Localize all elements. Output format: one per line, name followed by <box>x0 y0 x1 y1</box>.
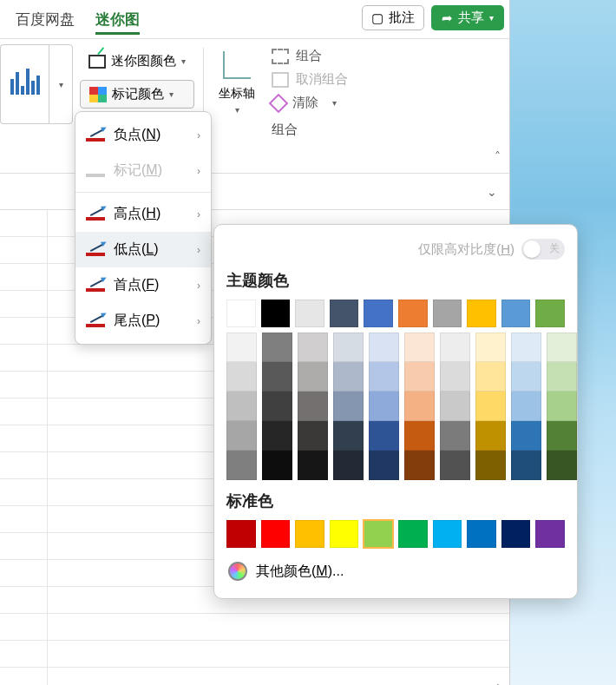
color-swatch[interactable] <box>333 392 364 421</box>
color-swatch[interactable] <box>467 520 496 548</box>
color-swatch[interactable] <box>511 392 541 421</box>
separator <box>75 192 211 193</box>
menu-last-point[interactable]: 尾点(P) › <box>75 303 211 339</box>
color-swatch[interactable] <box>369 362 399 392</box>
high-contrast-label: 仅限高对比度(H) <box>418 241 514 258</box>
more-colors-button[interactable]: 其他颜色(M)... <box>226 557 565 586</box>
color-swatch[interactable] <box>398 300 428 327</box>
color-swatch[interactable] <box>404 392 435 421</box>
sparkline-style-more[interactable]: ▾ <box>49 44 73 124</box>
color-swatch[interactable] <box>330 520 359 548</box>
color-swatch[interactable] <box>226 300 256 327</box>
color-swatch[interactable] <box>440 421 470 451</box>
color-swatch[interactable] <box>440 333 470 362</box>
color-swatch[interactable] <box>295 300 324 327</box>
chevron-right-icon: › <box>197 244 200 256</box>
color-swatch[interactable] <box>226 362 257 392</box>
color-swatch[interactable] <box>404 421 435 451</box>
expand-formula-icon[interactable]: ⌄ <box>487 185 497 199</box>
color-swatch[interactable] <box>475 362 506 392</box>
color-swatch[interactable] <box>475 392 506 421</box>
color-swatch[interactable] <box>262 451 292 480</box>
color-swatch[interactable] <box>501 520 531 548</box>
color-swatch[interactable] <box>398 520 428 548</box>
color-swatch[interactable] <box>440 451 470 480</box>
color-swatch[interactable] <box>467 300 496 327</box>
color-swatch[interactable] <box>547 421 577 451</box>
color-swatch[interactable] <box>547 333 577 362</box>
color-swatch[interactable] <box>261 520 291 548</box>
marker-color-button[interactable]: 标记颜色 ▾ <box>80 80 194 109</box>
color-swatch[interactable] <box>298 392 328 421</box>
color-swatch[interactable] <box>440 362 470 392</box>
theme-colors-title: 主题颜色 <box>226 270 565 291</box>
menu-first-point[interactable]: 首点(F) › <box>75 267 211 303</box>
color-swatch[interactable] <box>404 362 435 392</box>
color-swatch[interactable] <box>369 333 399 362</box>
ungroup-button: 取消组合 <box>272 71 348 88</box>
color-swatch[interactable] <box>262 362 292 392</box>
color-swatch[interactable] <box>440 392 470 421</box>
color-swatch[interactable] <box>404 333 435 362</box>
color-swatch[interactable] <box>511 451 541 480</box>
color-swatch[interactable] <box>333 421 364 451</box>
tab-baidu[interactable]: 百度网盘 <box>16 1 75 38</box>
color-swatch[interactable] <box>475 421 506 451</box>
color-swatch[interactable] <box>511 333 541 362</box>
color-swatch[interactable] <box>262 333 292 362</box>
menu-high-point[interactable]: 高点(H) › <box>75 196 211 232</box>
color-swatch[interactable] <box>295 520 324 548</box>
color-swatch[interactable] <box>364 520 393 548</box>
color-swatch[interactable] <box>547 451 577 480</box>
color-swatch[interactable] <box>262 392 292 421</box>
color-swatch[interactable] <box>226 333 257 362</box>
color-swatch[interactable] <box>547 392 577 421</box>
color-swatch[interactable] <box>333 362 364 392</box>
color-swatch[interactable] <box>298 451 328 480</box>
color-swatch[interactable] <box>404 451 435 480</box>
collapse-ribbon-icon[interactable]: ˄ <box>495 149 501 163</box>
color-swatch[interactable] <box>262 421 292 451</box>
color-swatch[interactable] <box>535 520 565 548</box>
high-contrast-toggle[interactable]: 关 <box>521 239 565 260</box>
color-swatch[interactable] <box>433 520 462 548</box>
color-swatch[interactable] <box>333 333 364 362</box>
color-swatch[interactable] <box>261 300 291 327</box>
color-swatch[interactable] <box>298 421 328 451</box>
scroll-arrow-icon[interactable]: ▸ <box>497 678 504 685</box>
color-swatch[interactable] <box>333 451 364 480</box>
color-swatch[interactable] <box>475 333 506 362</box>
standard-colors-title: 标准色 <box>226 491 565 511</box>
clear-button[interactable]: 清除 ▾ <box>272 95 348 111</box>
color-swatch[interactable] <box>226 392 257 421</box>
color-swatch[interactable] <box>547 362 577 392</box>
color-swatch[interactable] <box>369 392 399 421</box>
menu-negative-point[interactable]: 负点(N) › <box>75 117 211 153</box>
menu-low-point[interactable]: 低点(L) › <box>75 232 211 267</box>
color-swatch[interactable] <box>226 451 257 480</box>
color-swatch[interactable] <box>433 300 462 327</box>
color-swatch[interactable] <box>535 300 565 327</box>
color-swatch[interactable] <box>511 421 541 451</box>
group-button[interactable]: 组合 <box>272 48 348 64</box>
color-swatch[interactable] <box>369 421 399 451</box>
color-swatch[interactable] <box>369 451 399 480</box>
color-swatch[interactable] <box>330 300 359 327</box>
chevron-down-icon: ▾ <box>489 13 494 23</box>
chevron-down-icon: ▾ <box>332 98 337 108</box>
sparkline-style-gallery[interactable] <box>0 44 49 124</box>
color-swatch[interactable] <box>475 451 506 480</box>
color-swatch[interactable] <box>364 300 393 327</box>
color-swatch[interactable] <box>511 362 541 392</box>
sparkline-color-button[interactable]: 迷你图颜色 ▾ <box>80 48 194 75</box>
tab-sparkline[interactable]: 迷你图 <box>95 1 140 38</box>
color-swatch[interactable] <box>501 300 531 327</box>
color-swatch[interactable] <box>226 421 257 451</box>
color-swatch[interactable] <box>298 333 328 362</box>
share-button[interactable]: ➦ 共享 ▾ <box>431 5 504 30</box>
theme-color-row <box>226 300 565 327</box>
annotate-button[interactable]: ▢ 批注 <box>362 5 424 30</box>
color-swatch[interactable] <box>226 520 256 548</box>
axis-button[interactable]: 坐标轴 ▾ <box>206 44 268 118</box>
color-swatch[interactable] <box>298 362 328 392</box>
